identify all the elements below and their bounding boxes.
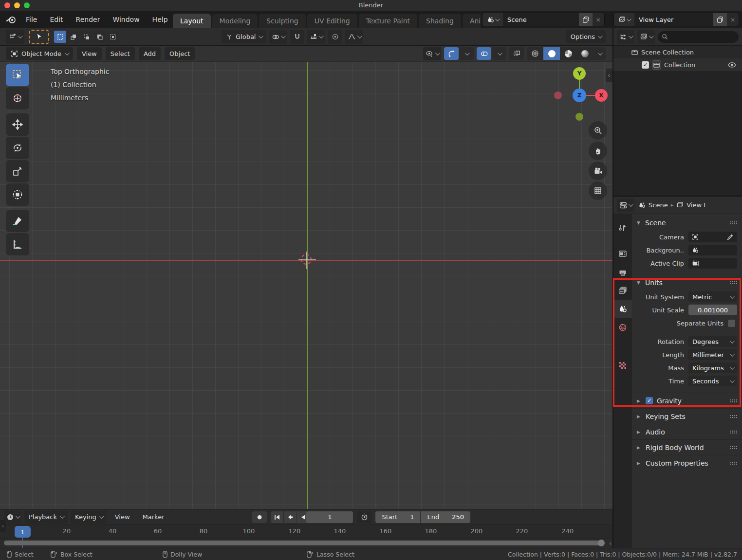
perspective-toggle-button[interactable]	[589, 181, 607, 200]
tab-texture[interactable]	[613, 356, 632, 375]
editor-type-button[interactable]	[6, 30, 24, 44]
scroll-chevron-left-icon[interactable]: ‹	[609, 540, 612, 547]
start-frame-field[interactable]: Start1	[375, 511, 420, 523]
tool-measure-button[interactable]	[6, 233, 29, 255]
breadcrumb-scene[interactable]: Scene	[649, 201, 668, 209]
end-frame-field[interactable]: End250	[421, 511, 470, 523]
tool-move-button[interactable]	[6, 113, 29, 136]
tool-annotate-button[interactable]	[6, 210, 29, 232]
scene-unlink-button[interactable]: ×	[593, 13, 604, 26]
mode-dropdown[interactable]: Object Mode	[6, 47, 73, 60]
xray-toggle[interactable]	[509, 47, 524, 60]
tab-render[interactable]	[613, 244, 632, 263]
gizmo-axis-y-negative[interactable]	[575, 113, 583, 121]
camera-view-button[interactable]	[589, 162, 607, 180]
menu-add[interactable]: Add	[139, 47, 161, 60]
overlays-dropdown[interactable]	[492, 47, 506, 60]
shading-rendered-button[interactable]	[576, 47, 593, 60]
proportional-editing-toggle[interactable]	[328, 30, 342, 44]
outliner-editor-type-button[interactable]	[617, 30, 634, 44]
select-mode-extend-button[interactable]	[67, 31, 79, 43]
audio-panel-header[interactable]: ▶ Audio	[632, 424, 742, 439]
unit-system-dropdown[interactable]: Metric	[688, 291, 737, 302]
tab-texture-paint[interactable]: Texture Paint	[359, 14, 417, 28]
overlays-toggle[interactable]	[477, 47, 491, 60]
gravity-panel-header[interactable]: ▶ ✓ Gravity	[632, 393, 742, 408]
blender-logo-icon[interactable]	[6, 14, 17, 25]
menu-view[interactable]: View	[77, 47, 102, 60]
tab-world[interactable]	[613, 318, 632, 337]
navigation-gizmo[interactable]: Y Z X	[550, 66, 612, 124]
zoom-view-button[interactable]	[589, 121, 607, 140]
options-dropdown[interactable]: Options	[566, 30, 606, 43]
background-scene-field[interactable]	[688, 245, 737, 255]
tab-sculpting[interactable]: Sculpting	[259, 14, 305, 28]
menu-select[interactable]: Select	[106, 47, 135, 60]
active-tool-button[interactable]	[29, 30, 49, 44]
tab-view-layer[interactable]	[613, 281, 632, 300]
tab-shading[interactable]: Shading	[419, 14, 461, 28]
unit-scale-field[interactable]: 0.001000	[688, 305, 737, 315]
tool-transform-button[interactable]	[6, 183, 29, 206]
gravity-checkbox[interactable]: ✓	[646, 397, 653, 404]
scene-browse-button[interactable]	[482, 13, 503, 26]
tool-scale-button[interactable]	[6, 160, 29, 182]
hide-in-viewport-toggle[interactable]	[728, 62, 736, 68]
length-dropdown[interactable]: Millimeter	[688, 349, 737, 360]
menu-help[interactable]: Help	[146, 16, 174, 23]
snap-target-dropdown[interactable]	[307, 30, 325, 44]
tab-uv-editing[interactable]: UV Editing	[307, 14, 357, 28]
breadcrumb-view-layer[interactable]: View L	[686, 201, 707, 209]
outliner-search-input[interactable]	[658, 31, 739, 43]
object-visibility-dropdown[interactable]	[423, 47, 441, 60]
custom-properties-panel-header[interactable]: ▶ Custom Properties	[632, 455, 742, 470]
drag-dots-icon[interactable]	[730, 221, 737, 225]
gizmos-toggle[interactable]	[444, 47, 459, 60]
mass-dropdown[interactable]: Kilograms	[688, 362, 737, 373]
drag-dots-icon[interactable]	[730, 399, 737, 403]
auto-keying-record-button[interactable]: ●	[252, 511, 267, 523]
pan-view-button[interactable]	[589, 142, 607, 160]
horizontal-scrollbar[interactable]	[4, 541, 604, 545]
outliner-row-scene-collection[interactable]: Scene Collection	[613, 46, 742, 58]
select-mode-new-button[interactable]	[54, 31, 66, 43]
drag-dots-icon[interactable]	[730, 430, 737, 434]
scene-panel-header[interactable]: ▼ Scene	[632, 216, 742, 229]
select-mode-subtract-button[interactable]	[80, 31, 93, 43]
camera-field[interactable]	[688, 232, 737, 242]
menu-file[interactable]: File	[19, 16, 43, 23]
properties-editor-type-button[interactable]	[617, 199, 634, 212]
timeline-expand-chevron[interactable]: ›	[0, 520, 6, 532]
gizmo-axis-z[interactable]: Z	[573, 89, 586, 102]
units-panel-header[interactable]: ▼ Units	[632, 276, 742, 289]
shading-wireframe-button[interactable]	[527, 47, 543, 60]
pivot-point-dropdown[interactable]	[269, 30, 287, 44]
collection-checkbox[interactable]: ✓	[642, 61, 649, 69]
timeline-ruler[interactable]: 20 40 60 80 100 120 140 160 180 200 220 …	[0, 525, 612, 539]
drag-dots-icon[interactable]	[730, 281, 737, 285]
menu-window[interactable]: Window	[106, 16, 146, 23]
tab-scene[interactable]	[613, 300, 632, 318]
outliner-display-mode-button[interactable]	[637, 30, 655, 44]
separate-units-checkbox[interactable]	[728, 320, 735, 327]
tool-select-box-button[interactable]	[6, 64, 29, 86]
view-layer-browse-button[interactable]	[614, 13, 634, 26]
gizmo-axis-y[interactable]: Y	[573, 67, 586, 80]
timeline-menu-marker[interactable]: Marker	[138, 511, 169, 524]
shading-material-button[interactable]	[560, 47, 576, 60]
menu-object[interactable]: Object	[165, 47, 195, 60]
rotation-dropdown[interactable]: Degrees	[688, 336, 737, 347]
snap-toggle-button[interactable]	[290, 30, 304, 44]
prev-keyframe-button[interactable]	[284, 511, 297, 523]
outliner-row-collection[interactable]: ✓ Collection	[613, 58, 742, 71]
scene-name-field[interactable]: Scene	[503, 16, 579, 23]
tool-rotate-button[interactable]	[6, 137, 29, 159]
jump-to-start-button[interactable]	[271, 511, 283, 523]
keying-dropdown[interactable]: Keying	[71, 510, 107, 524]
scene-new-copy-button[interactable]	[579, 13, 593, 26]
select-mode-intersect-button[interactable]	[107, 31, 119, 43]
drag-dots-icon[interactable]	[730, 461, 737, 465]
active-clip-field[interactable]	[688, 258, 737, 269]
select-mode-invert-button[interactable]	[93, 31, 106, 43]
view-layer-remove-button[interactable]: ×	[727, 13, 739, 26]
